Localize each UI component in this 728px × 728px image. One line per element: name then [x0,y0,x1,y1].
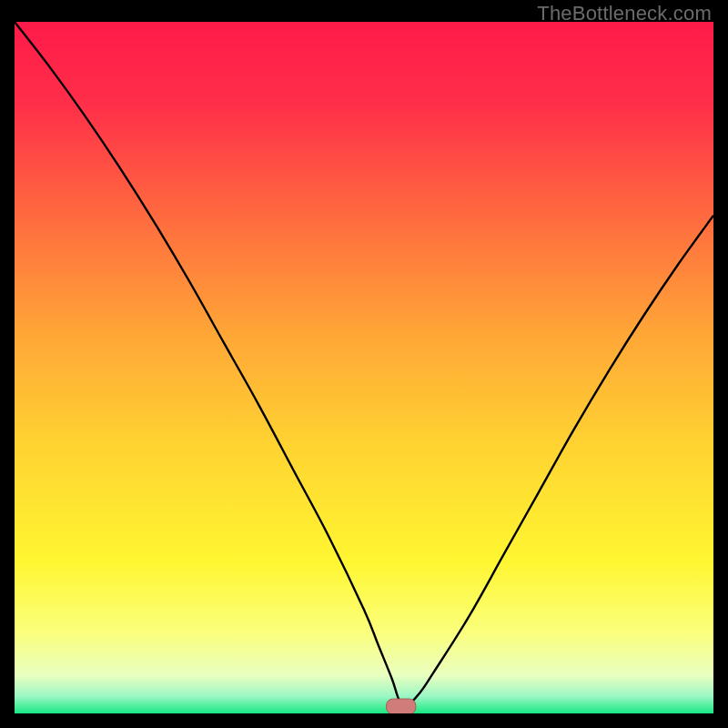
chart-frame [15,22,713,713]
bottleneck-chart [15,22,713,713]
optimal-marker [387,699,416,713]
